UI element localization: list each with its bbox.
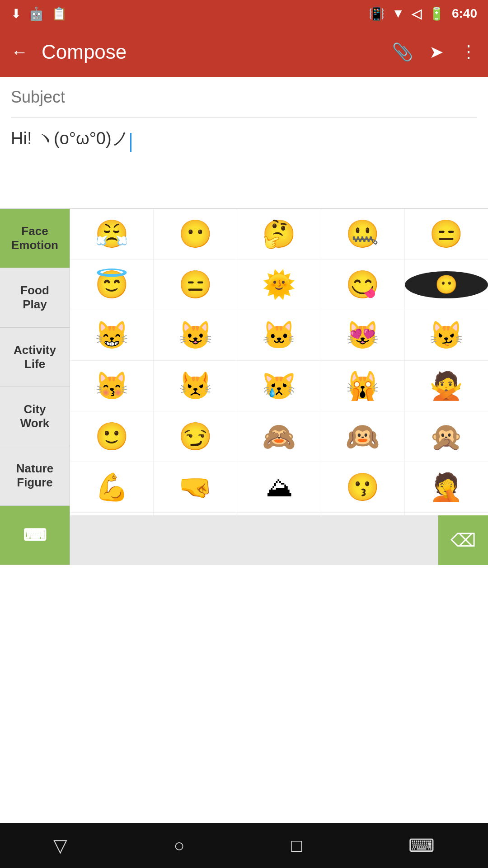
- delete-button[interactable]: ⌫: [438, 515, 488, 565]
- emoji-cat-mute[interactable]: 🙀: [321, 361, 405, 411]
- nav-home-button[interactable]: ○: [174, 835, 184, 856]
- category-label-city-work: CityWork: [20, 402, 50, 430]
- emoji-mountain[interactable]: ⛰: [237, 462, 321, 512]
- emoji-blank[interactable]: 😶: [154, 209, 237, 259]
- vibrate-icon: 📳: [369, 6, 385, 21]
- emoji-row-2: 😇 😑 🌞 😋 😶: [70, 259, 488, 310]
- emoji-cat-wry[interactable]: 😼: [405, 310, 488, 360]
- emoji-facepalm[interactable]: 🤦: [405, 462, 488, 512]
- emoji-cross-hands[interactable]: 🙅: [405, 361, 488, 411]
- status-bar-left: ⬇ 🤖 📋: [11, 6, 67, 21]
- body-text: Hi! ヽ(o°ω°0)ノ: [11, 129, 129, 148]
- bottom-bar: ⌫: [70, 515, 488, 565]
- emoji-row-3: 😸 😺 🐱 😻 😼: [70, 310, 488, 361]
- emoji-angry[interactable]: 😤: [70, 209, 154, 259]
- battery-icon: 🔋: [429, 6, 445, 21]
- body-area[interactable]: Hi! ヽ(o°ω°0)ノ: [11, 118, 477, 208]
- category-face-emotion[interactable]: FaceEmotion: [0, 209, 70, 268]
- emoji-thinking[interactable]: 🤔: [237, 209, 321, 259]
- emoji-sun[interactable]: 🌞: [237, 259, 321, 310]
- keyboard-button[interactable]: ⌨: [0, 506, 70, 565]
- emoji-see-no-evil[interactable]: 🙈: [237, 411, 321, 462]
- emoji-kiss[interactable]: 😗: [321, 462, 405, 512]
- navigation-bar: ▽ ○ □ ⌨: [0, 823, 488, 868]
- emoji-tasty[interactable]: 😋: [321, 259, 405, 310]
- compose-area: Hi! ヽ(o°ω°0)ノ: [0, 77, 488, 208]
- emoji-expressionless[interactable]: 😑: [405, 209, 488, 259]
- nav-keyboard-button[interactable]: ⌨: [408, 835, 435, 856]
- emoji-cat-sigh[interactable]: 😽: [70, 361, 154, 411]
- category-nature-figure[interactable]: NatureFigure: [0, 446, 70, 505]
- emoji-cat-heart[interactable]: 😻: [321, 310, 405, 360]
- app-bar: ← Compose 📎 ➤ ⋮: [0, 27, 488, 77]
- emoji-cat-grin[interactable]: 😸: [70, 310, 154, 360]
- emoji-cat-plain[interactable]: 🐱: [237, 310, 321, 360]
- attach-button[interactable]: 📎: [392, 42, 413, 62]
- subject-input[interactable]: [11, 88, 477, 107]
- emoji-slight-smile[interactable]: 🙂: [70, 411, 154, 462]
- nav-back-button[interactable]: ▽: [53, 835, 67, 856]
- emoji-row-5: 🙂 😏 🙈 🙉 🙊: [70, 411, 488, 462]
- emoji-zipper[interactable]: 🤐: [321, 209, 405, 259]
- emoji-cat-cry[interactable]: 😾: [154, 361, 237, 411]
- emoji-cat-tear[interactable]: 😿: [237, 361, 321, 411]
- status-bar-right: 📳 ▼ ◁ 🔋 6:40: [369, 6, 477, 21]
- more-options-button[interactable]: ⋮: [460, 42, 477, 62]
- emoji-neutral[interactable]: 😑: [154, 259, 237, 310]
- emoji-cat-grin2[interactable]: 😺: [154, 310, 237, 360]
- back-button[interactable]: ←: [11, 42, 28, 62]
- time-display: 6:40: [452, 6, 477, 21]
- emoji-black-circle[interactable]: 😶: [405, 271, 488, 298]
- category-sidebar: FaceEmotion FoodPlay ActivityLife CityWo…: [0, 209, 70, 565]
- emoji-panel: FaceEmotion FoodPlay ActivityLife CityWo…: [0, 208, 488, 565]
- text-cursor: [130, 133, 131, 152]
- category-city-work[interactable]: CityWork: [0, 387, 70, 446]
- page-title: Compose: [42, 41, 378, 63]
- wifi-icon: ▼: [392, 6, 404, 21]
- category-label-nature-figure: NatureFigure: [16, 462, 53, 490]
- emoji-hear-no-evil[interactable]: 🙉: [321, 411, 405, 462]
- status-bar: ⬇ 🤖 📋 📳 ▼ ◁ 🔋 6:40: [0, 0, 488, 27]
- category-activity-life[interactable]: ActivityLife: [0, 328, 70, 387]
- emoji-speak-no-evil[interactable]: 🙊: [405, 411, 488, 462]
- emoji-fist[interactable]: 🤜: [154, 462, 237, 512]
- download-icon: ⬇: [11, 6, 21, 21]
- emoji-right-panel: 😤 😶 🤔 🤐 😑 😇 😑 🌞 😋 😶 😸 😺 🐱 😻 😼: [70, 209, 488, 565]
- app-bar-actions: 📎 ➤ ⋮: [392, 42, 477, 62]
- category-label-activity-life: ActivityLife: [14, 343, 56, 371]
- nav-recent-button[interactable]: □: [291, 835, 302, 856]
- category-label-food-play: FoodPlay: [20, 283, 49, 311]
- category-label-face-emotion: FaceEmotion: [11, 224, 58, 252]
- emoji-row-6: 💪 🤜 ⛰ 😗 🤦: [70, 462, 488, 513]
- keyboard-icon: ⌨: [23, 525, 47, 545]
- android-icon: 🤖: [28, 6, 44, 21]
- emoji-grid: 😤 😶 🤔 🤐 😑 😇 😑 🌞 😋 😶 😸 😺 🐱 😻 😼: [70, 209, 488, 515]
- signal-icon: ◁: [412, 6, 422, 21]
- bottom-spacer: [70, 515, 438, 565]
- emoji-flexed[interactable]: 💪: [70, 462, 154, 512]
- emoji-smirk[interactable]: 😏: [154, 411, 237, 462]
- clipboard-icon: 📋: [52, 6, 67, 21]
- emoji-angel[interactable]: 😇: [70, 259, 154, 310]
- category-food-play[interactable]: FoodPlay: [0, 268, 70, 327]
- emoji-row-1: 😤 😶 🤔 🤐 😑: [70, 209, 488, 259]
- subject-field[interactable]: [11, 77, 477, 118]
- delete-icon: ⌫: [450, 530, 476, 551]
- send-button[interactable]: ➤: [429, 42, 444, 62]
- emoji-row-4: 😽 😾 😿 🙀 🙅: [70, 361, 488, 411]
